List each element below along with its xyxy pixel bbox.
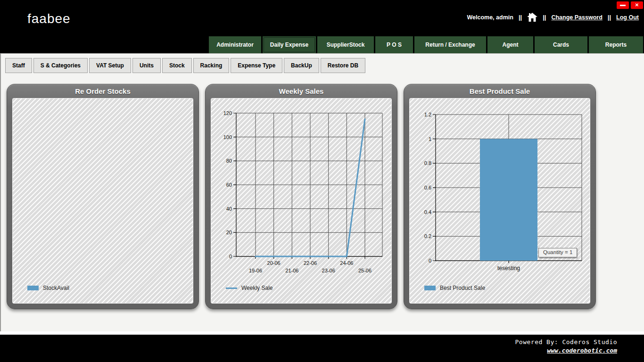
svg-text:1.2: 1.2 <box>424 112 431 117</box>
legend: Weekly Sale <box>226 285 272 291</box>
legend-swatch <box>27 286 39 290</box>
svg-text:25-06: 25-06 <box>358 268 372 273</box>
tab-vat-setup[interactable]: VAT Setup <box>89 58 131 73</box>
svg-text:0.4: 0.4 <box>424 209 431 215</box>
svg-text:80: 80 <box>226 158 232 164</box>
svg-text:40: 40 <box>226 206 232 212</box>
main-menu: Administrator Daily Expense SupplierStoc… <box>209 36 644 53</box>
window-controls: ✕ <box>617 1 643 9</box>
subnav-tab-row: Staff S & Categories VAT Setup Units Sto… <box>5 58 365 73</box>
svg-text:0: 0 <box>229 254 232 259</box>
menu-item-reports[interactable]: Reports <box>589 36 643 53</box>
re-order-stocks-chart-area: StockAvail <box>12 98 193 304</box>
svg-text:1: 1 <box>429 136 431 142</box>
weekly-sales-chart[interactable]: 02040608010012019-0620-0621-0622-0623-06… <box>211 98 392 304</box>
svg-text:0.6: 0.6 <box>424 185 431 190</box>
panel-title: Re Order Stocks <box>7 84 198 98</box>
svg-text:60: 60 <box>226 182 232 188</box>
legend: Best Product Sale <box>424 285 485 291</box>
top-header: faabee ✕ Welcome, admin || || Change Pas… <box>0 0 644 53</box>
legend-label: Weekly Sale <box>241 285 272 291</box>
separator: || <box>543 14 546 21</box>
svg-text:23-06: 23-06 <box>322 268 335 273</box>
menu-item-administrator[interactable]: Administrator <box>209 36 261 53</box>
legend-label: Best Product Sale <box>440 285 485 291</box>
tab-backup[interactable]: BackUp <box>284 58 319 73</box>
best-product-sale-chart-area: 00.20.40.60.811.2tesesting Quantity = 1 … <box>409 98 590 304</box>
svg-text:0.8: 0.8 <box>424 160 431 166</box>
menu-item-return-exchange[interactable]: Return / Exchange <box>414 36 486 53</box>
tab-restore-db[interactable]: Restore DB <box>321 58 365 73</box>
legend-label: StockAvail <box>43 285 69 291</box>
powered-by-text: Powered By: Coderos Studio <box>0 338 617 346</box>
weekly-sales-chart-area: 02040608010012019-0620-0621-0622-0623-06… <box>211 98 392 304</box>
panel-weekly-sales: Weekly Sales 02040608010012019-0620-0621… <box>205 84 397 309</box>
application-window: faabee ✕ Welcome, admin || || Change Pas… <box>0 0 644 362</box>
svg-text:24-06: 24-06 <box>340 260 353 266</box>
panel-best-product-sale: Best Product Sale 00.20.40.60.811.2teses… <box>404 84 596 309</box>
close-icon: ✕ <box>635 3 639 8</box>
menu-item-supplierstock[interactable]: SupplierStock <box>317 36 374 53</box>
menu-item-agent[interactable]: Agent <box>487 36 533 53</box>
footer: Powered By: Coderos Studio www.coderobot… <box>0 335 644 362</box>
svg-text:120: 120 <box>223 110 232 116</box>
svg-text:0: 0 <box>429 258 431 263</box>
user-bar: Welcome, admin || || Change Password || … <box>467 13 639 22</box>
legend-swatch <box>226 288 237 289</box>
minimize-button[interactable] <box>617 1 629 9</box>
app-logo: faabee <box>27 11 71 26</box>
svg-text:20: 20 <box>226 230 232 235</box>
home-icon[interactable] <box>527 13 537 22</box>
best-product-sale-chart[interactable]: 00.20.40.60.811.2tesesting <box>409 98 590 304</box>
svg-text:22-06: 22-06 <box>304 260 317 266</box>
svg-text:21-06: 21-06 <box>285 268 298 273</box>
menu-item-pos[interactable]: P O S <box>375 36 413 53</box>
menu-item-daily-expense[interactable]: Daily Expense <box>263 36 316 53</box>
panel-re-order-stocks: Re Order Stocks StockAvail <box>7 84 199 309</box>
legend-swatch <box>424 286 436 290</box>
change-password-link[interactable]: Change Password <box>551 14 602 21</box>
svg-text:0.2: 0.2 <box>424 233 431 239</box>
svg-text:19-06: 19-06 <box>249 268 262 273</box>
dashboard-panels: Re Order Stocks StockAvail Weekly Sales … <box>7 84 596 309</box>
tab-staff[interactable]: Staff <box>5 58 32 73</box>
tab-s-and-categories[interactable]: S & Categories <box>33 58 88 73</box>
logout-link[interactable]: Log Out <box>616 14 639 21</box>
minimize-icon <box>620 5 626 6</box>
menu-item-cards[interactable]: Cards <box>535 36 587 53</box>
tab-stock[interactable]: Stock <box>162 58 192 73</box>
svg-text:20-06: 20-06 <box>267 260 281 266</box>
panel-title: Weekly Sales <box>206 84 397 98</box>
tab-expense-type[interactable]: Expense Type <box>231 58 282 73</box>
welcome-text: Welcome, admin <box>467 14 513 21</box>
tab-racking[interactable]: Racking <box>193 58 230 73</box>
svg-text:tesesting: tesesting <box>497 265 520 272</box>
separator: || <box>608 14 611 21</box>
tab-units[interactable]: Units <box>132 58 161 73</box>
close-button[interactable]: ✕ <box>631 1 643 9</box>
legend: StockAvail <box>27 285 69 291</box>
svg-text:100: 100 <box>223 134 232 140</box>
chart-tooltip: Quantity = 1 <box>538 248 577 257</box>
panel-title: Best Product Sale <box>404 84 595 98</box>
website-link[interactable]: www.coderobotic.com <box>547 347 617 354</box>
separator: || <box>519 14 522 21</box>
content-area: Staff S & Categories VAT Setup Units Sto… <box>0 53 644 331</box>
